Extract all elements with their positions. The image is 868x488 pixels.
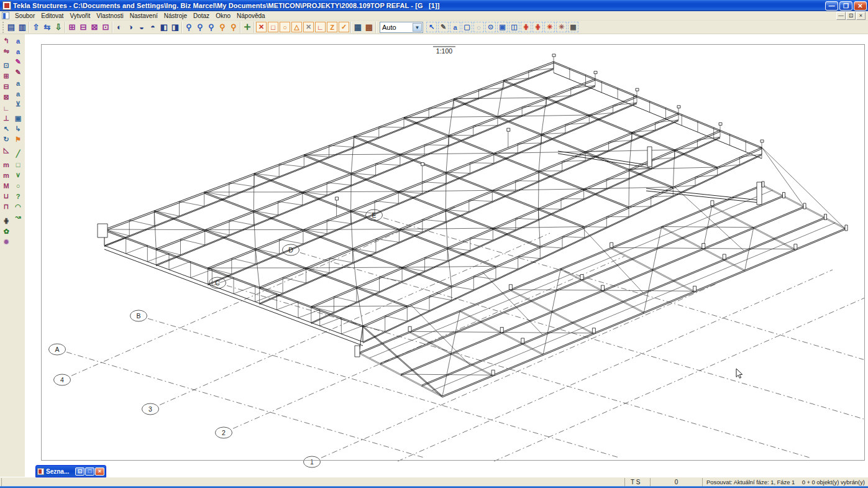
arc-tool-icon[interactable]: ? [12,191,24,201]
pen-tool-icon[interactable]: ✎ [12,57,24,67]
grid-plane-icon[interactable]: ⊠ [89,22,100,33]
check-tool-icon[interactable]: ⊻ [12,99,24,109]
zoom-window-icon[interactable]: ⚲ [206,22,217,33]
menu-nápověda[interactable]: Nápověda [234,12,268,20]
text-tool-icon[interactable]: a [12,35,24,46]
fit-icon[interactable]: ⊓ [1,201,12,212]
zoom-in-icon[interactable]: ⚲ [183,22,194,33]
grid-axis-bubbles[interactable]: ABCDE1234 [49,209,383,467]
select-area-icon[interactable]: ▢ [462,22,472,32]
view-plane-icon[interactable]: ◑ [125,22,136,33]
select-assembly-icon[interactable]: ✳ [556,22,567,32]
snap-circle-icon[interactable]: ○ [280,22,290,32]
view-redraw-icon[interactable]: ◓ [147,22,158,33]
grid-lines[interactable] [66,206,865,461]
model-plates[interactable] [98,54,847,375]
snap-midpoint-icon[interactable]: △ [291,22,302,32]
snap-perpendicular-icon[interactable]: ∟ [315,22,326,32]
grid-icon[interactable]: ⊞ [66,22,78,33]
screen-tool-icon[interactable]: ▣ [12,113,24,124]
dropdown-arrow-icon[interactable]: ▼ [413,23,422,32]
mini-close-button[interactable]: × [95,467,104,476]
export-icon[interactable]: ⇩ [53,22,64,33]
title-bar[interactable]: Tekla Structures - C:\Documents and Sett… [0,0,868,11]
close-button[interactable]: ✕ [854,1,867,11]
select-grid-icon[interactable]: ⋕ [521,22,531,32]
snap-grid-icon[interactable]: □ [268,22,278,32]
save-icon[interactable]: ⇧ [30,22,42,33]
cloud-tool-icon[interactable]: ↝ [12,212,24,223]
snap-extension-icon[interactable]: Z [327,22,337,32]
view-window-icon[interactable]: ◨ [170,22,181,33]
curve-tool-icon[interactable]: ◠ [12,201,24,212]
menu-soubor[interactable]: Soubor [12,12,38,20]
child-minimize-button[interactable]: — [836,12,846,20]
print-icon[interactable]: ▤ [6,22,17,33]
model-bracing[interactable] [104,80,846,396]
menu-dotaz[interactable]: Dotaz [190,12,212,20]
grid-view-icon[interactable]: ⊡ [100,22,111,33]
model-main-members[interactable] [104,62,846,397]
menu-vytvořit[interactable]: Vytvořit [66,12,93,20]
clip-icon[interactable]: ⊔ [1,191,12,201]
select-views-icon[interactable]: ▣ [497,22,508,32]
minimized-window-sezna[interactable]: Sezna... ⊡□× [35,465,106,477]
snap-free-icon[interactable]: ✓ [339,22,349,32]
flower-icon[interactable]: ✿ [1,226,12,237]
create-grid-icon[interactable]: ⊞ [1,71,12,81]
zoom-out-icon[interactable]: ⚲ [194,22,206,33]
menu-nastavení[interactable]: Nastavení [127,12,161,20]
menu-editovat[interactable]: Editovat [38,12,66,20]
mark-tool-icon[interactable]: a [12,88,24,99]
view-fit-icon[interactable]: ◧ [158,22,170,33]
select-objects-icon[interactable]: ✳ [544,22,555,32]
flag-tool-icon[interactable]: ⚑ [12,134,24,145]
move-tool-icon[interactable]: ↖ [1,124,12,134]
rotate-tool-icon[interactable]: ↻ [1,134,12,145]
polyline-tool-icon[interactable]: ∨ [12,170,24,180]
line-tool-icon[interactable]: ╱ [12,149,24,159]
render-parts-icon[interactable]: ▦ [352,22,363,33]
import-icon[interactable]: ⇆ [42,22,53,33]
snap-points-icon[interactable]: ✕ [256,22,267,32]
perp-tool-icon[interactable]: ⊥ [1,113,12,124]
select-box-icon[interactable]: ▦ [568,22,578,32]
select-components-icon[interactable]: ◫ [509,22,519,32]
label-tool-icon[interactable]: a [12,46,24,57]
menu-vlastnosti[interactable]: Vlastnosti [93,12,126,20]
phase-icon[interactable]: m [1,159,12,170]
view-props-icon[interactable]: ⊡ [1,60,12,71]
snap-intersection-icon[interactable]: ✕ [303,22,314,32]
arrow-tool-icon[interactable]: ↳ [12,124,24,134]
point-tool-icon[interactable]: ↰ [1,35,12,46]
circle-tool-icon[interactable]: ○ [12,180,24,191]
beam-tool-icon[interactable]: ⊟ [1,81,12,92]
view-3d-icon[interactable]: ◐ [114,22,125,33]
measure-icon[interactable]: M [1,180,12,191]
zoom-orig-icon[interactable]: ⚲ [228,22,239,33]
minimize-button[interactable]: — [825,1,838,11]
model-view-canvas[interactable]: ABCDE12341:100 [25,34,868,477]
angle-tool-icon[interactable]: ∟ [1,103,12,113]
burst-icon[interactable]: ✹ [1,237,12,247]
selection-mode-dropdown[interactable]: Auto▼ [380,22,423,33]
report-icon[interactable]: ▥ [17,22,28,33]
maximize-button[interactable]: ❐ [839,1,852,11]
render-all-icon[interactable]: ▩ [363,22,375,33]
note-tool-icon[interactable]: a [12,78,24,88]
grid-line-icon[interactable]: ⊟ [78,22,89,33]
model-view[interactable]: ABCDE12341:100 [25,34,868,477]
mirror-tool-icon[interactable]: ◺ [1,145,12,155]
select-bolts-icon[interactable]: ⊙ [485,22,496,32]
column-tool-icon[interactable]: ⊠ [1,92,12,103]
fence-icon[interactable]: ⋕ [1,216,12,226]
view-list-icon[interactable]: ◒ [136,22,147,33]
pan-icon[interactable]: ✛ [242,22,253,33]
rect-tool-icon[interactable]: □ [12,159,24,170]
select-points-icon[interactable]: a [450,22,460,32]
swap-tool-icon[interactable]: ⇋ [1,46,12,57]
mini-maximize-button[interactable]: □ [85,467,94,476]
child-close-button[interactable]: × [856,12,866,20]
select-gridline-icon[interactable]: ⋕ [532,22,543,32]
pencil-tool-icon[interactable]: ✎ [12,67,24,78]
